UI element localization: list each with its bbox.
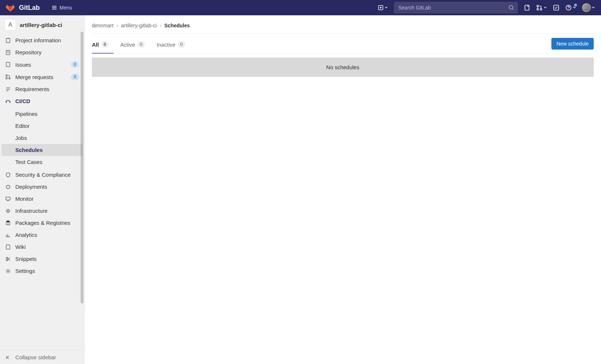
sidebar-item-label: Infrastructure bbox=[15, 208, 47, 214]
analytics-icon bbox=[5, 232, 11, 238]
book-icon bbox=[5, 244, 11, 250]
svg-point-1 bbox=[509, 5, 513, 9]
sidebar-item-security[interactable]: Security & Compliance bbox=[0, 169, 84, 181]
project-name: artillery-gitlab-ci bbox=[20, 22, 62, 28]
sidebar-scroll: A artillery-gitlab-ci Project informatio… bbox=[0, 15, 84, 350]
project-info-icon bbox=[5, 38, 11, 43]
svg-point-19 bbox=[6, 257, 8, 259]
sidebar-item-label: Wiki bbox=[15, 244, 26, 250]
chevron-down-icon bbox=[592, 6, 595, 9]
sidebar-item-label: Monitor bbox=[15, 196, 34, 202]
monitor-icon bbox=[5, 196, 11, 202]
sidebar-item-snippets[interactable]: Snippets bbox=[0, 253, 84, 265]
requirements-icon bbox=[5, 86, 11, 92]
top-nav: GitLab Menu bbox=[0, 0, 601, 15]
sidebar-item-label: Deployments bbox=[15, 184, 47, 190]
sidebar: A artillery-gitlab-ci Project informatio… bbox=[0, 15, 85, 364]
tab-count: 0 bbox=[101, 41, 109, 48]
sidebar-scrollbar[interactable] bbox=[80, 15, 84, 364]
svg-point-16 bbox=[7, 210, 9, 212]
chevron-right-icon: › bbox=[116, 23, 118, 28]
project-avatar: A bbox=[4, 19, 16, 31]
collapse-sidebar-button[interactable]: Collapse sidebar bbox=[0, 350, 84, 364]
sub-item-editor[interactable]: Editor bbox=[0, 120, 84, 132]
svg-point-4 bbox=[537, 8, 539, 10]
chevron-down-icon bbox=[384, 6, 388, 9]
count-badge: 0 bbox=[71, 61, 79, 68]
sub-item-jobs[interactable]: Jobs bbox=[0, 132, 84, 144]
notification-dot-icon bbox=[574, 4, 577, 7]
brand-name[interactable]: GitLab bbox=[19, 4, 40, 12]
svg-rect-10 bbox=[6, 62, 10, 67]
project-header[interactable]: A artillery-gitlab-ci bbox=[0, 15, 84, 34]
rocket-icon bbox=[5, 184, 11, 190]
tab-all[interactable]: All 0 bbox=[92, 37, 114, 54]
sidebar-item-settings[interactable]: Settings bbox=[0, 265, 84, 277]
top-nav-right bbox=[378, 2, 595, 13]
sidebar-item-label: Analytics bbox=[15, 232, 37, 238]
user-menu[interactable] bbox=[582, 3, 595, 12]
tabs-row: All 0 Active 0 Inactive 0 New schedule bbox=[92, 37, 594, 54]
chevron-down-icon bbox=[543, 6, 547, 9]
menu-label: Menu bbox=[59, 5, 72, 11]
shield-icon bbox=[5, 172, 11, 178]
sidebar-item-monitor[interactable]: Monitor bbox=[0, 193, 84, 205]
svg-point-21 bbox=[7, 270, 9, 272]
sidebar-item-merge-requests[interactable]: Merge requests 0 bbox=[0, 71, 84, 83]
tab-label: All bbox=[92, 42, 99, 48]
breadcrumb-item[interactable]: dennmart bbox=[92, 23, 113, 28]
tab-count: 0 bbox=[137, 41, 145, 48]
search-icon[interactable] bbox=[508, 5, 514, 11]
tab-active[interactable]: Active 0 bbox=[120, 37, 150, 54]
sub-item-test-cases[interactable]: Test Cases bbox=[0, 156, 84, 168]
sidebar-item-deployments[interactable]: Deployments bbox=[0, 181, 84, 193]
sidebar-item-label: Snippets bbox=[15, 256, 36, 262]
gitlab-logo-icon[interactable] bbox=[6, 3, 15, 12]
sidebar-item-label: Packages & Registries bbox=[15, 220, 70, 226]
sidebar-item-project-info[interactable]: Project information bbox=[0, 34, 84, 46]
issues-nav-icon[interactable] bbox=[524, 4, 530, 11]
sub-item-pipelines[interactable]: Pipelines bbox=[0, 108, 84, 120]
package-icon bbox=[5, 220, 11, 226]
svg-rect-15 bbox=[6, 197, 10, 200]
sidebar-item-wiki[interactable]: Wiki bbox=[0, 241, 84, 253]
sidebar-item-infrastructure[interactable]: Infrastructure bbox=[0, 205, 84, 217]
sidebar-item-label: Requirements bbox=[15, 86, 49, 92]
cicd-icon bbox=[5, 98, 11, 104]
new-schedule-button[interactable]: New schedule bbox=[551, 38, 594, 50]
sidebar-item-label: Project information bbox=[15, 37, 61, 43]
search-input[interactable] bbox=[394, 2, 518, 13]
tab-inactive[interactable]: Inactive 0 bbox=[156, 37, 190, 54]
avatar bbox=[582, 3, 591, 12]
sidebar-item-label: Settings bbox=[15, 268, 35, 274]
scissors-icon bbox=[5, 256, 11, 262]
sidebar-item-cicd[interactable]: CI/CD bbox=[0, 95, 84, 107]
sidebar-item-label: Merge requests bbox=[15, 74, 53, 80]
merge-requests-nav-icon[interactable] bbox=[536, 4, 547, 11]
svg-point-11 bbox=[6, 75, 7, 76]
svg-point-3 bbox=[537, 5, 539, 7]
cicd-sub-items: Pipelines Editor Jobs Schedules Test Cas… bbox=[0, 107, 84, 169]
merge-requests-icon bbox=[5, 74, 11, 80]
scrollbar-thumb[interactable] bbox=[81, 32, 84, 304]
empty-state: No schedules bbox=[92, 58, 594, 77]
help-nav-icon[interactable] bbox=[565, 4, 576, 11]
breadcrumb-current: Schedules bbox=[164, 23, 190, 28]
hamburger-icon bbox=[51, 5, 57, 11]
issues-icon bbox=[5, 62, 11, 67]
menu-button[interactable]: Menu bbox=[51, 5, 72, 11]
search-container bbox=[394, 2, 518, 13]
new-dropdown-button[interactable] bbox=[378, 5, 388, 11]
breadcrumb-item[interactable]: artillery-gitlab-ci bbox=[121, 23, 157, 28]
sidebar-item-packages[interactable]: Packages & Registries bbox=[0, 217, 84, 229]
sidebar-item-analytics[interactable]: Analytics bbox=[0, 229, 84, 241]
sub-item-schedules[interactable]: Schedules bbox=[1, 144, 83, 156]
sidebar-item-repository[interactable]: Repository bbox=[0, 46, 84, 58]
svg-point-5 bbox=[540, 8, 542, 10]
sidebar-item-issues[interactable]: Issues 0 bbox=[0, 58, 84, 71]
main-content: dennmart › artillery-gitlab-ci › Schedul… bbox=[85, 15, 601, 364]
todos-nav-icon[interactable] bbox=[553, 4, 559, 11]
sidebar-item-label: Repository bbox=[15, 49, 42, 55]
sidebar-item-requirements[interactable]: Requirements bbox=[0, 83, 84, 95]
svg-rect-18 bbox=[6, 245, 10, 249]
